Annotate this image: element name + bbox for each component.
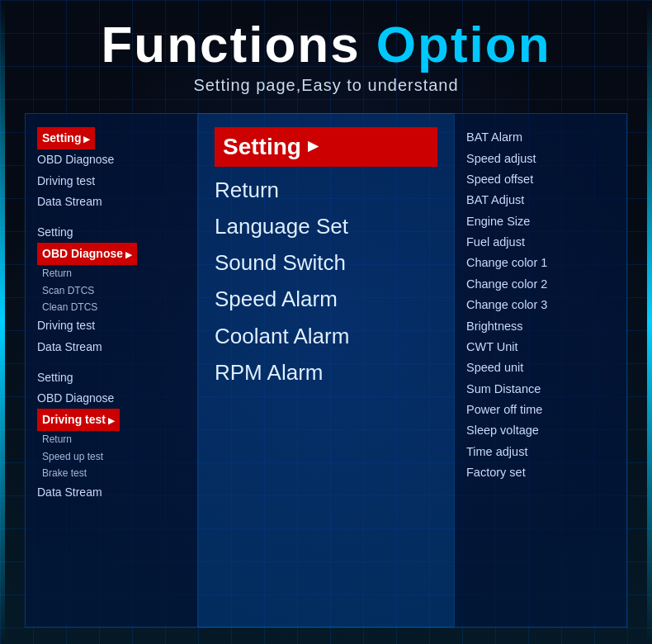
left-item-obd-2[interactable]: OBD Diagnose — [37, 243, 137, 265]
right-item-speed-unit[interactable]: Speed unit — [466, 358, 615, 378]
right-item-brightness[interactable]: Brightness — [466, 316, 615, 337]
center-panel: Setting Return Language Set Sound Switch… — [198, 113, 454, 627]
left-panel: Setting OBD Diagnose Driving test Data S… — [25, 113, 198, 627]
left-item-obd-3[interactable]: OBD Diagnose — [37, 388, 186, 409]
title-functions: Functions — [101, 16, 360, 73]
left-item-brake[interactable]: Brake test — [37, 465, 186, 481]
center-item-return[interactable]: Return — [215, 173, 437, 206]
left-item-driving-3[interactable]: Driving test — [37, 409, 120, 431]
right-item-fuel-adjust[interactable]: Fuel adjust — [466, 232, 615, 253]
left-item-driving-2[interactable]: Driving test — [37, 315, 186, 336]
left-item-scan-dtcs[interactable]: Scan DTCS — [37, 282, 186, 299]
left-item-speed-up[interactable]: Speed up test — [37, 448, 186, 465]
left-item-return-3[interactable]: Return — [37, 431, 186, 447]
center-item-sound[interactable]: Sound Switch — [215, 246, 437, 279]
left-item-setting-3[interactable]: Setting — [37, 367, 186, 388]
center-item-rpm[interactable]: RPM Alarm — [215, 356, 437, 389]
left-item-driving-1[interactable]: Driving test — [37, 171, 186, 192]
left-item-datastream-3[interactable]: Data Stream — [37, 482, 186, 503]
left-section-2: Setting OBD Diagnose Return Scan DTCS Cl… — [37, 222, 186, 358]
right-item-cwt-unit[interactable]: CWT Unit — [466, 337, 615, 358]
right-item-speed-offset[interactable]: Speed offset — [466, 169, 615, 190]
left-item-clean-dtcs[interactable]: Clean DTCS — [37, 299, 186, 315]
center-item-language[interactable]: Language Set — [215, 210, 437, 243]
right-item-sleep-voltage[interactable]: Sleep voltage — [466, 420, 615, 441]
right-item-power-off[interactable]: Power off time — [466, 400, 615, 420]
right-item-engine-size[interactable]: Engine Size — [466, 211, 615, 232]
right-item-change-color-1[interactable]: Change color 1 — [466, 253, 615, 273]
right-item-factory-set[interactable]: Factory set — [466, 462, 615, 483]
title-option: Option — [376, 16, 551, 73]
left-section-3: Setting OBD Diagnose Driving test Return… — [37, 367, 186, 503]
right-item-bat-adjust[interactable]: BAT Adjust — [466, 190, 615, 211]
right-item-change-color-2[interactable]: Change color 2 — [466, 274, 615, 295]
page-title: Functions Option — [101, 17, 550, 73]
center-item-coolant[interactable]: Coolant Alarm — [215, 320, 437, 353]
left-item-return-2[interactable]: Return — [37, 265, 186, 282]
right-item-speed-adjust[interactable]: Speed adjust — [466, 149, 615, 169]
right-item-sum-distance[interactable]: Sum Distance — [466, 379, 615, 400]
center-item-setting[interactable]: Setting — [215, 127, 437, 166]
right-item-bat-alarm[interactable]: BAT Alarm — [466, 127, 615, 148]
center-item-speed-alarm[interactable]: Speed Alarm — [215, 282, 437, 315]
right-item-change-color-3[interactable]: Change color 3 — [466, 295, 615, 315]
left-item-setting-1[interactable]: Setting — [37, 127, 95, 149]
right-item-time-adjust[interactable]: Time adjust — [466, 442, 615, 462]
left-item-datastream-1[interactable]: Data Stream — [37, 192, 186, 212]
page-container: Functions Option Setting page,Easy to un… — [0, 0, 652, 644]
left-section-1: Setting OBD Diagnose Driving test Data S… — [37, 127, 186, 212]
left-item-setting-2[interactable]: Setting — [37, 222, 186, 243]
page-subtitle: Setting page,Easy to understand — [101, 76, 550, 95]
left-item-datastream-2[interactable]: Data Stream — [37, 337, 186, 358]
right-panel: BAT Alarm Speed adjust Speed offset BAT … — [454, 113, 627, 627]
main-content: Setting OBD Diagnose Driving test Data S… — [25, 113, 627, 627]
left-item-obd-1[interactable]: OBD Diagnose — [37, 149, 186, 170]
header: Functions Option Setting page,Easy to un… — [101, 17, 550, 95]
